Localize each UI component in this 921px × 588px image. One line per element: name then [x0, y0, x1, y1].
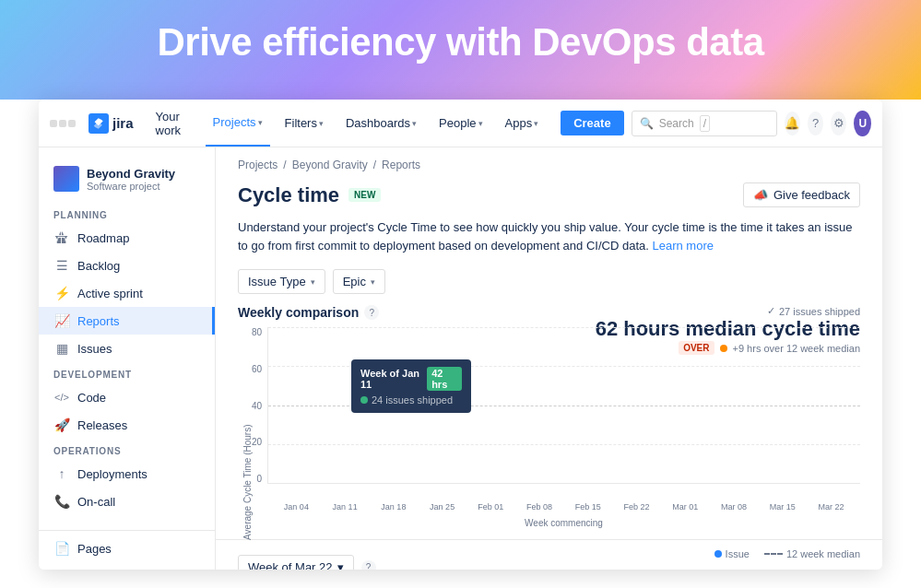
x-axis-label: Jan 04: [275, 502, 318, 512]
sidebar-item-pages[interactable]: 📄 Pages: [39, 535, 215, 562]
sidebar-item-active-sprint[interactable]: ⚡ Active sprint: [39, 279, 215, 307]
sidebar-item-backlog[interactable]: ☰ Backlog: [39, 252, 215, 279]
nav-filters[interactable]: Filters ▾: [277, 116, 331, 130]
epic-filter[interactable]: Epic ▾: [333, 269, 385, 294]
nav-dot-1: [50, 120, 57, 127]
search-box[interactable]: 🔍 Search /: [632, 111, 777, 136]
user-avatar[interactable]: U: [854, 111, 871, 136]
x-axis-label: Jan 25: [420, 502, 464, 512]
x-axis-label: Feb 15: [567, 502, 610, 512]
app-window: jira Your work Projects ▾ Filters ▾ Dash…: [39, 100, 882, 570]
week-select-button[interactable]: Week of Mar 22 ▾: [238, 555, 354, 570]
sidebar-item-code[interactable]: </> Code: [39, 383, 215, 411]
search-shortcut: /: [700, 115, 710, 132]
chart-section: ✓ 27 issues shipped 62 hours median cycl…: [216, 305, 882, 512]
nav-projects[interactable]: Projects ▾: [206, 100, 270, 147]
sidebar-item-label: Pages: [77, 542, 112, 556]
x-axis-label: Mar 22: [809, 502, 853, 512]
nav-dot-3: [68, 120, 76, 127]
x-axis-label: Jan 18: [372, 502, 416, 512]
nav-dashboards[interactable]: Dashboards ▾: [338, 116, 424, 130]
filters-chevron-icon: ▾: [319, 119, 324, 128]
bar-chart: Average Cycle Time (Hours) 80 60 40 20 0: [238, 327, 860, 512]
chart-bars-area: Week of Jan 11 42 hrs 24 issues shipped: [267, 327, 860, 484]
sidebar-item-label: Issues: [77, 342, 112, 356]
bottom-help-icon[interactable]: ?: [361, 560, 376, 570]
give-feedback-button[interactable]: 📣 Give feedback: [743, 182, 860, 207]
nav-dots: [50, 120, 76, 127]
summary-week: ✓ 27 issues shipped: [596, 305, 860, 317]
search-icon: 🔍: [640, 117, 654, 130]
sidebar-project: Beyond Gravity Software project: [39, 159, 215, 203]
sidebar-item-deployments[interactable]: ↑ Deployments: [39, 460, 215, 488]
help-icon[interactable]: ?: [808, 112, 823, 135]
planning-section-label: PLANNING: [39, 203, 215, 224]
sidebar-item-on-call[interactable]: 📞 On-call: [39, 488, 215, 515]
chart-help-icon[interactable]: ?: [364, 305, 379, 320]
page-header: Cycle time NEW 📣 Give feedback: [216, 177, 882, 218]
breadcrumb-reports: Reports: [382, 159, 420, 171]
sidebar-item-reports[interactable]: 📈 Reports: [39, 307, 215, 335]
week-chevron-icon: ▾: [337, 560, 344, 570]
week-label: Week of Mar 22: [248, 560, 333, 570]
top-navigation: jira Your work Projects ▾ Filters ▾ Dash…: [39, 100, 882, 147]
bottom-section: Week of Mar 22 ▾ ? Issue 12 week medi: [216, 539, 882, 570]
sidebar-item-label: Releases: [77, 418, 127, 432]
reports-icon: 📈: [53, 312, 70, 329]
pages-icon: 📄: [53, 540, 70, 557]
issue-type-filter[interactable]: Issue Type ▾: [238, 269, 325, 294]
releases-icon: 🚀: [53, 417, 70, 433]
x-axis-labels: Jan 04Jan 11Jan 18Jan 25Feb 01Feb 08Feb …: [267, 502, 860, 512]
nav-dot-2: [59, 120, 66, 127]
sidebar-item-roadmap[interactable]: 🛣 Roadmap: [39, 224, 215, 252]
project-icon: [53, 166, 79, 192]
sidebar-item-issues[interactable]: ▦ Issues: [39, 335, 215, 362]
nav-your-work[interactable]: Your work: [148, 110, 198, 137]
nav-people[interactable]: People ▾: [431, 116, 490, 130]
sidebar-item-label: Code: [77, 391, 106, 405]
dashboards-chevron-icon: ▾: [412, 119, 417, 128]
sidebar-item-label: On-call: [77, 495, 115, 509]
active-sprint-icon: ⚡: [53, 285, 70, 301]
breadcrumb-projects[interactable]: Projects: [238, 159, 277, 171]
jira-logo-text: jira: [112, 115, 134, 131]
issue-legend-label: Issue: [726, 548, 750, 559]
learn-more-link[interactable]: Learn more: [652, 239, 713, 253]
nav-apps[interactable]: Apps ▾: [498, 116, 547, 130]
page-title: Cycle time: [238, 183, 339, 207]
breadcrumb: Projects / Beyond Gravity / Reports: [216, 147, 882, 177]
project-settings-icon: ⚙: [68, 568, 85, 570]
chart-title-row: Weekly comparison ?: [238, 305, 596, 320]
code-icon: </>: [53, 389, 70, 406]
sidebar-item-project-settings[interactable]: ▶ ⚙ Project settings: [39, 562, 215, 570]
sidebar-item-label: Active sprint: [77, 287, 143, 300]
sidebar: Beyond Gravity Software project PLANNING…: [39, 147, 216, 570]
project-name: Beyond Gravity: [87, 167, 175, 181]
x-axis-label: Feb 08: [518, 502, 561, 512]
backlog-icon: ☰: [53, 257, 70, 274]
search-placeholder: Search: [659, 117, 694, 130]
create-button[interactable]: Create: [561, 111, 623, 135]
sidebar-item-label: Roadmap: [77, 231, 129, 245]
sidebar-item-label: Backlog: [77, 259, 120, 273]
development-section-label: DEVELOPMENT: [39, 362, 215, 383]
check-icon: ✓: [767, 305, 775, 317]
sidebar-item-label: Reports: [77, 314, 120, 328]
settings-icon[interactable]: ⚙: [831, 112, 846, 135]
chart-title: Weekly comparison: [238, 305, 359, 320]
notifications-icon[interactable]: 🔔: [785, 112, 800, 135]
sidebar-item-label: Deployments: [77, 467, 148, 481]
issue-type-chevron-icon: ▾: [311, 277, 315, 287]
on-call-icon: 📞: [53, 493, 70, 510]
x-axis-label: Mar 15: [762, 502, 805, 512]
sidebar-item-releases[interactable]: 🚀 Releases: [39, 411, 215, 439]
jira-logo-icon: [89, 113, 109, 134]
median-legend-line: [764, 553, 783, 555]
deployments-icon: ↑: [53, 465, 70, 482]
x-axis-label: Mar 01: [664, 502, 707, 512]
project-type: Software project: [87, 181, 175, 192]
new-badge: NEW: [348, 188, 381, 202]
x-axis-label: Jan 11: [324, 502, 367, 512]
breadcrumb-beyond-gravity[interactable]: Beyond Gravity: [292, 159, 368, 171]
jira-logo[interactable]: jira: [89, 113, 134, 134]
